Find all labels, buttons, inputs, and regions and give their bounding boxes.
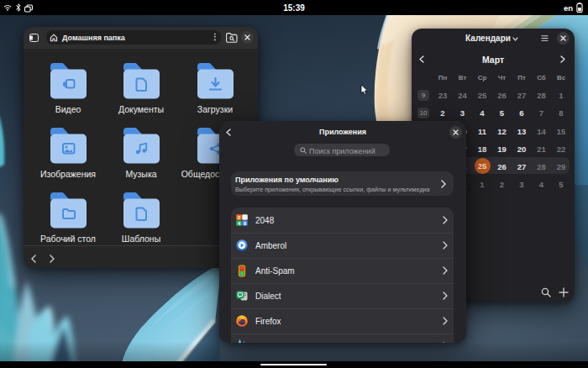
svg-text:8: 8 — [244, 220, 247, 226]
svg-text:2: 2 — [238, 214, 241, 220]
svg-text:4: 4 — [238, 220, 241, 226]
